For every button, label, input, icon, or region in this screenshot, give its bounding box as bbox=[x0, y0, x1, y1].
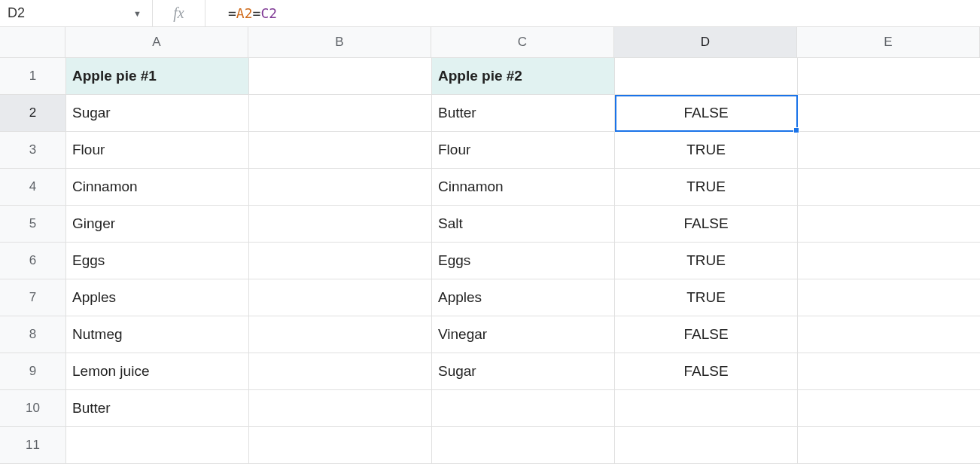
table-row: Eggs Eggs TRUE bbox=[66, 243, 980, 279]
row-header-10[interactable]: 10 bbox=[0, 390, 66, 427]
row-header-4[interactable]: 4 bbox=[0, 169, 66, 206]
cell-e7[interactable] bbox=[798, 279, 980, 316]
table-row: Ginger Salt FALSE bbox=[66, 206, 980, 243]
formula-ref-c2: C2 bbox=[260, 5, 277, 21]
cell-e9[interactable] bbox=[798, 353, 980, 390]
cell-a4[interactable]: Cinnamon bbox=[66, 169, 249, 206]
cell-a5[interactable]: Ginger bbox=[66, 206, 249, 243]
cell-a8[interactable]: Nutmeg bbox=[66, 316, 249, 353]
cell-d11[interactable] bbox=[615, 427, 798, 464]
name-box-dropdown[interactable]: ▼ bbox=[66, 0, 153, 26]
cell-c8[interactable]: Vinegar bbox=[432, 316, 615, 353]
cell-c10[interactable] bbox=[432, 390, 615, 427]
row-header-1[interactable]: 1 bbox=[0, 58, 66, 95]
cell-d3[interactable]: TRUE bbox=[615, 132, 798, 169]
name-box[interactable]: D2 bbox=[0, 0, 66, 26]
table-row: Lemon juice Sugar FALSE bbox=[66, 353, 980, 390]
row-header-9[interactable]: 9 bbox=[0, 353, 66, 390]
cell-e8[interactable] bbox=[798, 316, 980, 353]
table-row: Sugar Butter FALSE bbox=[66, 95, 980, 132]
cell-a3[interactable]: Flour bbox=[66, 132, 249, 169]
row-header-6[interactable]: 6 bbox=[0, 243, 66, 279]
cell-c2[interactable]: Butter bbox=[432, 95, 615, 132]
cell-c5[interactable]: Salt bbox=[432, 206, 615, 243]
table-row: Nutmeg Vinegar FALSE bbox=[66, 316, 980, 353]
cell-b5[interactable] bbox=[249, 206, 432, 243]
col-header-a[interactable]: A bbox=[65, 27, 248, 58]
cell-d9[interactable]: FALSE bbox=[615, 353, 798, 390]
chevron-down-icon: ▼ bbox=[133, 9, 142, 18]
table-row bbox=[66, 427, 980, 464]
formula-bar: D2 ▼ fx =A2=C2 bbox=[0, 0, 980, 27]
cells-container: Apple pie #1 Apple pie #2 Sugar Butter F… bbox=[66, 58, 980, 464]
cell-b8[interactable] bbox=[249, 316, 432, 353]
cell-c11[interactable] bbox=[432, 427, 615, 464]
cell-c7[interactable]: Apples bbox=[432, 279, 615, 316]
cell-d1[interactable] bbox=[615, 58, 798, 95]
table-row: Apple pie #1 Apple pie #2 bbox=[66, 58, 980, 95]
cell-a9[interactable]: Lemon juice bbox=[66, 353, 249, 390]
cell-a7[interactable]: Apples bbox=[66, 279, 249, 316]
select-all-corner[interactable] bbox=[0, 27, 65, 58]
cell-d4[interactable]: TRUE bbox=[615, 169, 798, 206]
cell-a2[interactable]: Sugar bbox=[66, 95, 249, 132]
row-headers: 1 2 3 4 5 6 7 8 9 10 11 bbox=[0, 58, 66, 464]
row-header-3[interactable]: 3 bbox=[0, 132, 66, 169]
grid-body: 1 2 3 4 5 6 7 8 9 10 11 Apple pie #1 App… bbox=[0, 58, 980, 464]
cell-d6[interactable]: TRUE bbox=[615, 243, 798, 279]
column-headers: A B C D E bbox=[65, 27, 980, 58]
cell-e3[interactable] bbox=[798, 132, 980, 169]
row-header-8[interactable]: 8 bbox=[0, 316, 66, 353]
cell-a10[interactable]: Butter bbox=[66, 390, 249, 427]
cell-e1[interactable] bbox=[798, 58, 980, 95]
cell-b3[interactable] bbox=[249, 132, 432, 169]
cell-b10[interactable] bbox=[249, 390, 432, 427]
cell-c4[interactable]: Cinnamon bbox=[432, 169, 615, 206]
row-header-11[interactable]: 11 bbox=[0, 427, 66, 464]
cell-e11[interactable] bbox=[798, 427, 980, 464]
cell-d7[interactable]: TRUE bbox=[615, 279, 798, 316]
formula-equals: = bbox=[228, 5, 236, 21]
cell-e5[interactable] bbox=[798, 206, 980, 243]
cell-d2[interactable]: FALSE bbox=[615, 95, 798, 132]
cell-c6[interactable]: Eggs bbox=[432, 243, 615, 279]
name-box-container[interactable]: D2 ▼ bbox=[0, 0, 153, 26]
header-row-strip: A B C D E bbox=[0, 27, 980, 58]
cell-a6[interactable]: Eggs bbox=[66, 243, 249, 279]
cell-e10[interactable] bbox=[798, 390, 980, 427]
col-header-e[interactable]: E bbox=[797, 27, 980, 58]
cell-c3[interactable]: Flour bbox=[432, 132, 615, 169]
cell-c9[interactable]: Sugar bbox=[432, 353, 615, 390]
cell-a11[interactable] bbox=[66, 427, 249, 464]
formula-operator: = bbox=[253, 5, 261, 21]
row-header-5[interactable]: 5 bbox=[0, 206, 66, 243]
cell-b1[interactable] bbox=[249, 58, 432, 95]
cell-d8[interactable]: FALSE bbox=[615, 316, 798, 353]
formula-input[interactable]: =A2=C2 bbox=[205, 0, 980, 26]
col-header-c[interactable]: C bbox=[431, 27, 614, 58]
cell-e4[interactable] bbox=[798, 169, 980, 206]
col-header-d[interactable]: D bbox=[614, 27, 797, 58]
cell-b11[interactable] bbox=[249, 427, 432, 464]
row-header-7[interactable]: 7 bbox=[0, 279, 66, 316]
cell-b7[interactable] bbox=[249, 279, 432, 316]
cell-b6[interactable] bbox=[249, 243, 432, 279]
table-row: Cinnamon Cinnamon TRUE bbox=[66, 169, 980, 206]
cell-b4[interactable] bbox=[249, 169, 432, 206]
cell-d10[interactable] bbox=[615, 390, 798, 427]
table-row: Butter bbox=[66, 390, 980, 427]
col-header-b[interactable]: B bbox=[248, 27, 431, 58]
row-header-2[interactable]: 2 bbox=[0, 95, 66, 132]
cell-c1[interactable]: Apple pie #2 bbox=[432, 58, 615, 95]
cell-e6[interactable] bbox=[798, 243, 980, 279]
cell-a1[interactable]: Apple pie #1 bbox=[66, 58, 249, 95]
table-row: Flour Flour TRUE bbox=[66, 132, 980, 169]
cell-e2[interactable] bbox=[798, 95, 980, 132]
table-row: Apples Apples TRUE bbox=[66, 279, 980, 316]
formula-ref-a2: A2 bbox=[236, 5, 253, 21]
fx-label: fx bbox=[153, 0, 205, 26]
cell-d5[interactable]: FALSE bbox=[615, 206, 798, 243]
cell-b9[interactable] bbox=[249, 353, 432, 390]
cell-b2[interactable] bbox=[249, 95, 432, 132]
